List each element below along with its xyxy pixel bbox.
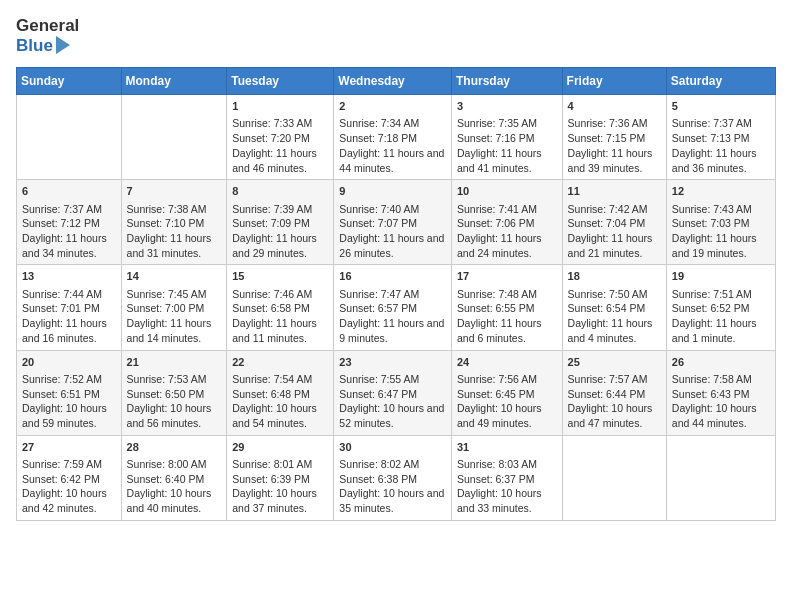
day-info: Sunrise: 7:38 AM	[127, 202, 222, 217]
calendar-cell: 26Sunrise: 7:58 AMSunset: 6:43 PMDayligh…	[666, 350, 775, 435]
day-number: 17	[457, 269, 557, 284]
calendar-cell: 21Sunrise: 7:53 AMSunset: 6:50 PMDayligh…	[121, 350, 227, 435]
calendar-cell: 27Sunrise: 7:59 AMSunset: 6:42 PMDayligh…	[17, 435, 122, 520]
calendar-cell: 11Sunrise: 7:42 AMSunset: 7:04 PMDayligh…	[562, 180, 666, 265]
day-info: Sunset: 6:44 PM	[568, 387, 661, 402]
logo-blue: Blue	[16, 36, 53, 56]
day-number: 1	[232, 99, 328, 114]
day-info: Sunset: 7:04 PM	[568, 216, 661, 231]
day-info: Daylight: 11 hours and 14 minutes.	[127, 316, 222, 345]
day-number: 9	[339, 184, 446, 199]
day-info: Sunrise: 7:53 AM	[127, 372, 222, 387]
calendar-cell: 12Sunrise: 7:43 AMSunset: 7:03 PMDayligh…	[666, 180, 775, 265]
calendar-cell: 1Sunrise: 7:33 AMSunset: 7:20 PMDaylight…	[227, 95, 334, 180]
day-info: Daylight: 11 hours and 6 minutes.	[457, 316, 557, 345]
day-info: Sunset: 6:38 PM	[339, 472, 446, 487]
day-info: Sunset: 7:03 PM	[672, 216, 770, 231]
day-info: Sunset: 6:39 PM	[232, 472, 328, 487]
day-number: 12	[672, 184, 770, 199]
calendar-body: 1Sunrise: 7:33 AMSunset: 7:20 PMDaylight…	[17, 95, 776, 521]
day-info: Sunrise: 7:59 AM	[22, 457, 116, 472]
day-number: 15	[232, 269, 328, 284]
day-number: 13	[22, 269, 116, 284]
day-info: Daylight: 11 hours and 26 minutes.	[339, 231, 446, 260]
day-info: Sunrise: 7:42 AM	[568, 202, 661, 217]
day-info: Sunrise: 7:39 AM	[232, 202, 328, 217]
day-number: 23	[339, 355, 446, 370]
calendar-cell: 23Sunrise: 7:55 AMSunset: 6:47 PMDayligh…	[334, 350, 452, 435]
page-header: General Blue	[16, 16, 776, 55]
day-info: Sunset: 6:50 PM	[127, 387, 222, 402]
day-info: Sunset: 7:13 PM	[672, 131, 770, 146]
day-info: Daylight: 11 hours and 9 minutes.	[339, 316, 446, 345]
day-number: 10	[457, 184, 557, 199]
day-info: Sunset: 6:47 PM	[339, 387, 446, 402]
day-info: Sunset: 6:40 PM	[127, 472, 222, 487]
calendar-cell	[562, 435, 666, 520]
day-info: Sunrise: 7:36 AM	[568, 116, 661, 131]
day-info: Daylight: 10 hours and 49 minutes.	[457, 401, 557, 430]
calendar-cell: 30Sunrise: 8:02 AMSunset: 6:38 PMDayligh…	[334, 435, 452, 520]
day-info: Sunset: 7:06 PM	[457, 216, 557, 231]
day-info: Sunset: 6:45 PM	[457, 387, 557, 402]
day-info: Sunset: 7:07 PM	[339, 216, 446, 231]
day-info: Daylight: 11 hours and 1 minute.	[672, 316, 770, 345]
day-info: Daylight: 11 hours and 11 minutes.	[232, 316, 328, 345]
day-number: 24	[457, 355, 557, 370]
day-header-friday: Friday	[562, 68, 666, 95]
day-info: Sunrise: 8:01 AM	[232, 457, 328, 472]
calendar-cell: 7Sunrise: 7:38 AMSunset: 7:10 PMDaylight…	[121, 180, 227, 265]
day-info: Sunrise: 7:37 AM	[672, 116, 770, 131]
day-number: 14	[127, 269, 222, 284]
day-info: Daylight: 10 hours and 37 minutes.	[232, 486, 328, 515]
calendar-cell: 18Sunrise: 7:50 AMSunset: 6:54 PMDayligh…	[562, 265, 666, 350]
day-number: 19	[672, 269, 770, 284]
day-info: Daylight: 10 hours and 54 minutes.	[232, 401, 328, 430]
day-info: Sunrise: 7:56 AM	[457, 372, 557, 387]
day-number: 5	[672, 99, 770, 114]
day-info: Sunrise: 7:41 AM	[457, 202, 557, 217]
day-info: Sunset: 6:37 PM	[457, 472, 557, 487]
calendar-cell: 28Sunrise: 8:00 AMSunset: 6:40 PMDayligh…	[121, 435, 227, 520]
calendar-week-4: 20Sunrise: 7:52 AMSunset: 6:51 PMDayligh…	[17, 350, 776, 435]
day-info: Sunset: 6:55 PM	[457, 301, 557, 316]
day-info: Sunrise: 7:52 AM	[22, 372, 116, 387]
day-info: Daylight: 10 hours and 40 minutes.	[127, 486, 222, 515]
day-header-thursday: Thursday	[451, 68, 562, 95]
day-number: 28	[127, 440, 222, 455]
day-info: Daylight: 10 hours and 52 minutes.	[339, 401, 446, 430]
day-info: Daylight: 10 hours and 42 minutes.	[22, 486, 116, 515]
day-info: Sunrise: 8:02 AM	[339, 457, 446, 472]
calendar-week-3: 13Sunrise: 7:44 AMSunset: 7:01 PMDayligh…	[17, 265, 776, 350]
day-info: Sunrise: 7:46 AM	[232, 287, 328, 302]
calendar-cell: 9Sunrise: 7:40 AMSunset: 7:07 PMDaylight…	[334, 180, 452, 265]
day-info: Sunset: 7:01 PM	[22, 301, 116, 316]
day-number: 20	[22, 355, 116, 370]
day-number: 22	[232, 355, 328, 370]
day-info: Sunset: 6:51 PM	[22, 387, 116, 402]
calendar-cell: 14Sunrise: 7:45 AMSunset: 7:00 PMDayligh…	[121, 265, 227, 350]
calendar-week-5: 27Sunrise: 7:59 AMSunset: 6:42 PMDayligh…	[17, 435, 776, 520]
day-header-saturday: Saturday	[666, 68, 775, 95]
day-info: Daylight: 11 hours and 4 minutes.	[568, 316, 661, 345]
day-info: Sunrise: 8:00 AM	[127, 457, 222, 472]
day-info: Sunrise: 7:48 AM	[457, 287, 557, 302]
day-number: 27	[22, 440, 116, 455]
calendar-cell: 2Sunrise: 7:34 AMSunset: 7:18 PMDaylight…	[334, 95, 452, 180]
calendar-cell: 24Sunrise: 7:56 AMSunset: 6:45 PMDayligh…	[451, 350, 562, 435]
day-info: Sunrise: 7:34 AM	[339, 116, 446, 131]
day-number: 25	[568, 355, 661, 370]
day-info: Daylight: 11 hours and 36 minutes.	[672, 146, 770, 175]
logo-arrow-icon	[56, 36, 70, 54]
day-info: Daylight: 11 hours and 34 minutes.	[22, 231, 116, 260]
day-info: Sunset: 7:16 PM	[457, 131, 557, 146]
calendar-cell	[666, 435, 775, 520]
calendar-cell	[17, 95, 122, 180]
day-info: Sunrise: 8:03 AM	[457, 457, 557, 472]
day-info: Daylight: 11 hours and 16 minutes.	[22, 316, 116, 345]
calendar-week-2: 6Sunrise: 7:37 AMSunset: 7:12 PMDaylight…	[17, 180, 776, 265]
day-info: Sunrise: 7:45 AM	[127, 287, 222, 302]
day-info: Sunset: 6:52 PM	[672, 301, 770, 316]
day-info: Sunset: 7:10 PM	[127, 216, 222, 231]
day-info: Sunset: 6:48 PM	[232, 387, 328, 402]
